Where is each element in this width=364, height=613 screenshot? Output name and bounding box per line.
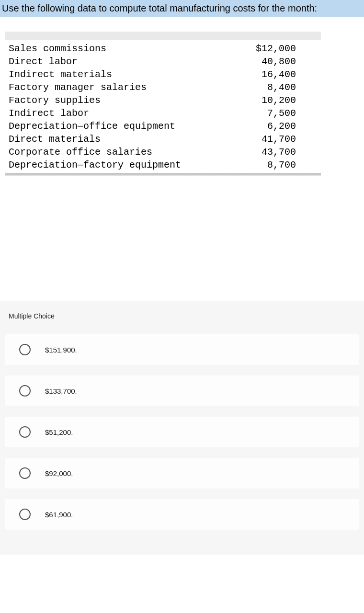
table-row: Factory supplies 10,200 [9, 94, 316, 107]
radio-icon[interactable] [19, 385, 31, 397]
table-header-bar [5, 32, 321, 40]
row-value: 43,700 [219, 146, 296, 159]
choice-label: $51,200. [45, 428, 73, 436]
table-row: Depreciation—office equipment 6,200 [9, 120, 316, 133]
data-table: Sales commissions $12,000 Direct labor 4… [0, 40, 316, 173]
row-value: $12,000 [219, 42, 296, 55]
row-value: 16,400 [219, 68, 296, 81]
row-label: Direct labor [9, 55, 219, 68]
row-label: Sales commissions [9, 42, 219, 55]
row-label: Depreciation—office equipment [9, 120, 219, 133]
table-row: Corporate office salaries 43,700 [9, 146, 316, 159]
choice-label: $92,000. [45, 469, 73, 477]
radio-icon[interactable] [19, 467, 31, 479]
table-row: Factory manager salaries 8,400 [9, 81, 316, 94]
multiple-choice-section: Multiple Choice $151,900. $133,700. $51,… [0, 301, 364, 555]
radio-icon[interactable] [19, 426, 31, 438]
row-value: 8,400 [219, 81, 296, 94]
radio-icon[interactable] [19, 509, 31, 520]
table-row: Direct labor 40,800 [9, 55, 316, 68]
question-prompt: Use the following data to compute total … [0, 0, 364, 17]
row-label: Corporate office salaries [9, 146, 219, 159]
radio-icon[interactable] [19, 344, 31, 355]
choice-label: $133,700. [45, 387, 77, 395]
choice-option[interactable]: $133,700. [5, 375, 359, 406]
mc-heading: Multiple Choice [0, 312, 364, 320]
choice-option[interactable]: $61,900. [5, 499, 359, 530]
table-row: Sales commissions $12,000 [9, 42, 316, 55]
row-value: 40,800 [219, 55, 296, 68]
row-label: Indirect materials [9, 68, 219, 81]
choice-option[interactable]: $92,000. [5, 458, 359, 488]
choice-option[interactable]: $51,200. [5, 417, 359, 447]
row-value: 41,700 [219, 133, 296, 146]
spacer [0, 176, 364, 301]
table-row: Indirect materials 16,400 [9, 68, 316, 81]
row-value: 8,700 [219, 159, 296, 171]
choice-option[interactable]: $151,900. [5, 334, 359, 365]
row-value: 7,500 [219, 107, 296, 120]
row-label: Factory supplies [9, 94, 219, 107]
table-row: Direct materials 41,700 [9, 133, 316, 146]
choice-label: $61,900. [45, 511, 73, 519]
row-value: 6,200 [219, 120, 296, 133]
row-label: Indirect labor [9, 107, 219, 120]
row-label: Direct materials [9, 133, 219, 146]
choice-label: $151,900. [45, 346, 77, 354]
table-row: Indirect labor 7,500 [9, 107, 316, 120]
table-row: Depreciation—factory equipment 8,700 [9, 159, 316, 171]
data-section: Sales commissions $12,000 Direct labor 4… [0, 32, 364, 176]
row-label: Depreciation—factory equipment [9, 159, 219, 171]
row-value: 10,200 [219, 94, 296, 107]
row-label: Factory manager salaries [9, 81, 219, 94]
